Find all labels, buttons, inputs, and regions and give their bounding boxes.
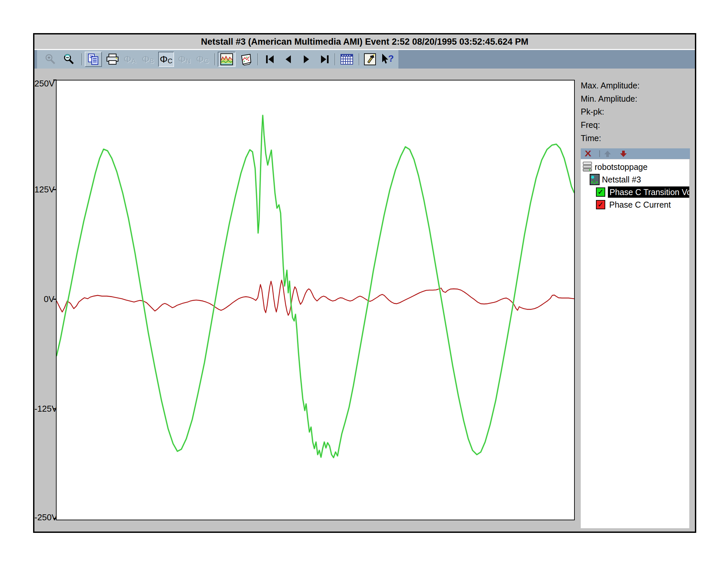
down-arrow-icon: [620, 153, 627, 157]
up-arrow-icon-stem: [606, 154, 609, 157]
tree-item-label-selected: Phase C Transition Volta: [608, 186, 689, 198]
phi-icon: Φ: [178, 54, 186, 64]
phase-b-label: B: [150, 58, 154, 64]
phase-c-label: C: [168, 58, 172, 64]
first-icon: [264, 54, 276, 64]
main-toolbar: Φ A Φ B Φ C Φ N Φ G: [34, 50, 695, 69]
title-bar[interactable]: Netstall #3 (American Multimedia AMI) Ev…: [34, 34, 695, 49]
tree-item-event[interactable]: Netstall #3: [581, 173, 689, 186]
next-icon: [301, 54, 312, 64]
print-button[interactable]: [105, 52, 120, 67]
phase-b-button[interactable]: Φ B: [140, 52, 156, 67]
print-icon: [106, 53, 119, 65]
tree-item-label: robotstoppage: [595, 161, 648, 173]
tree-item-label: Phase C Current: [609, 198, 671, 211]
toolbar-separator: [359, 53, 359, 65]
3d-view-button[interactable]: [238, 52, 253, 67]
y-axis-label-125: 125V: [34, 184, 54, 195]
phase-a-button[interactable]: Φ A: [122, 52, 138, 67]
zoom-out-button[interactable]: [61, 52, 77, 67]
voltage-trace-checkbox[interactable]: ✓: [596, 187, 605, 197]
toolbar-button-band: Φ A Φ B Φ C Φ N Φ G: [37, 50, 398, 69]
phase-g-button[interactable]: Φ G: [195, 52, 210, 67]
y-axis-label-250: 250V: [34, 78, 54, 89]
phase-g-label: G: [204, 58, 209, 64]
tree-toolbar-separator: [599, 150, 600, 157]
screen: Netstall #3 (American Multimedia AMI) Ev…: [0, 0, 728, 563]
hammer-icon: [364, 53, 376, 66]
database-icon: [582, 161, 592, 172]
toolbar-separator: [257, 53, 258, 65]
toolbar-separator: [81, 53, 82, 65]
y-axis-label-n125: -125V: [34, 404, 54, 414]
tree-toolbar: X: [581, 148, 690, 159]
delete-trace-button[interactable]: X: [585, 149, 591, 158]
phi-icon: Φ: [196, 54, 204, 64]
zoom-out-icon: [63, 53, 75, 66]
y-axis-label-0: 0V: [34, 294, 54, 305]
tree-item-current-trace[interactable]: ✓ Phase C Current: [581, 198, 689, 211]
zoom-in-button[interactable]: [42, 52, 58, 67]
next-event-button[interactable]: [298, 52, 314, 67]
grid-icon: [340, 54, 353, 65]
max-amplitude-label: Max. Amplitude:: [581, 80, 640, 90]
phi-icon: Φ: [160, 54, 168, 64]
tree-item-database[interactable]: robotstoppage: [581, 161, 689, 173]
min-amplitude-label: Min. Amplitude:: [581, 94, 637, 104]
window-title: Netstall #3 (American Multimedia AMI) Ev…: [201, 37, 528, 47]
waveform-chart[interactable]: [56, 80, 575, 520]
previous-event-button[interactable]: [280, 52, 296, 67]
waveform-chart-icon: [220, 53, 233, 66]
trace-tree-panel: robotstoppage Netstall #3 ✓ Phase C Tran…: [581, 159, 689, 528]
tree-item-label: Netstall #3: [602, 173, 641, 186]
move-up-button[interactable]: [604, 150, 611, 157]
tree-item-voltage-trace[interactable]: ✓ Phase C Transition Volta: [581, 186, 689, 198]
phase-n-label: N: [186, 58, 191, 64]
pk-pk-label: Pk-pk:: [581, 107, 604, 117]
data-grid-button[interactable]: [338, 52, 355, 67]
first-event-button[interactable]: [262, 52, 278, 67]
move-down-button[interactable]: [620, 150, 627, 157]
tools-button[interactable]: [362, 52, 378, 67]
3d-chart-icon: [239, 53, 252, 66]
svg-text:?: ?: [388, 53, 394, 64]
app-window: Netstall #3 (American Multimedia AMI) Ev…: [33, 33, 696, 533]
context-help-button[interactable]: ?: [379, 52, 395, 67]
y-axis-label-n250: -250V: [34, 512, 54, 523]
toolbar-separator: [214, 53, 215, 65]
waveform-plot: [57, 80, 574, 520]
help-cursor-icon: ?: [380, 53, 394, 66]
phase-a-label: A: [131, 58, 136, 64]
down-arrow-icon-stem: [622, 151, 625, 154]
phase-c-button[interactable]: Φ C: [158, 52, 174, 67]
last-event-button[interactable]: [317, 52, 333, 67]
toolbar-separator: [335, 53, 335, 65]
zoom-in-icon: [44, 53, 57, 66]
previous-icon: [283, 54, 294, 64]
copy-button[interactable]: [85, 52, 102, 67]
current-trace-checkbox[interactable]: ✓: [596, 200, 605, 209]
time-label: Time:: [581, 133, 601, 143]
phase-n-button[interactable]: Φ N: [176, 52, 192, 67]
freq-label: Freq:: [581, 120, 600, 130]
phi-icon: Φ: [142, 54, 150, 64]
copy-icon: [87, 53, 99, 66]
last-icon: [319, 54, 330, 64]
event-thumbnail-icon: [590, 174, 600, 185]
phi-icon: Φ: [123, 54, 131, 64]
waveform-view-button[interactable]: [218, 52, 236, 67]
